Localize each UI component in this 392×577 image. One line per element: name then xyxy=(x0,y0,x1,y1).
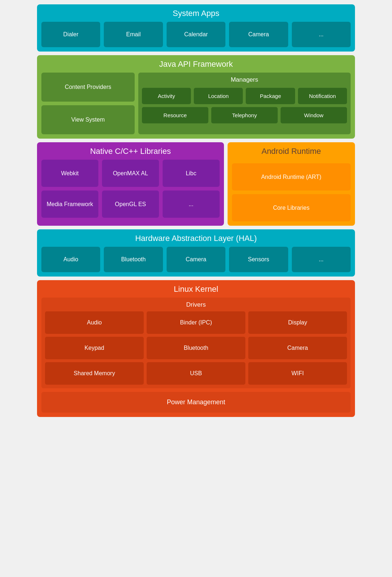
java-api-layer: Java API Framework Content Providers Vie… xyxy=(37,55,355,139)
drivers-title: Drivers xyxy=(45,301,347,308)
hal-title: Hardware Abstraction Layer (HAL) xyxy=(41,234,351,243)
hal-layer: Hardware Abstraction Layer (HAL) Audio B… xyxy=(37,229,355,277)
managers-row2: Resource Telephony Window xyxy=(142,107,347,123)
driver-row-1: Audio Binder (IPC) Display xyxy=(45,311,347,334)
managers-section: Managers Activity Location Package Notif… xyxy=(138,73,351,134)
list-item: Dialer xyxy=(41,22,100,47)
list-item: Binder (IPC) xyxy=(147,311,245,334)
list-item: Email xyxy=(104,22,163,47)
managers-title: Managers xyxy=(142,76,347,83)
list-item: Camera xyxy=(248,337,347,359)
power-management: Power Management xyxy=(41,392,351,413)
driver-row-2: Keypad Bluetooth Camera xyxy=(45,337,347,359)
drivers-section: Drivers Audio Binder (IPC) Display Keypa… xyxy=(41,298,351,388)
system-apps-layer: System Apps Dialer Email Calendar Camera… xyxy=(37,4,355,52)
list-item: Display xyxy=(248,311,347,334)
linux-kernel-title: Linux Kernel xyxy=(41,285,351,294)
list-item: Calendar xyxy=(167,22,225,47)
list-item: Resource xyxy=(142,107,208,123)
list-item: Content Providers xyxy=(41,73,135,102)
native-libs-layer: Native C/C++ Libraries Webkit OpenMAX AL… xyxy=(37,142,224,226)
linux-kernel-layer: Linux Kernel Drivers Audio Binder (IPC) … xyxy=(37,280,355,417)
native-libs-row2: Media Framework OpenGL ES ... xyxy=(41,191,220,218)
list-item: Webkit xyxy=(41,160,98,187)
list-item: Audio xyxy=(41,247,100,272)
list-item: Audio xyxy=(45,311,144,334)
drivers-grid: Audio Binder (IPC) Display Keypad Blueto… xyxy=(45,311,347,385)
list-item: Media Framework xyxy=(41,191,98,218)
hal-items: Audio Bluetooth Camera Sensors ... xyxy=(41,247,351,272)
managers-row1: Activity Location Package Notification xyxy=(142,88,347,104)
list-item: WIFI xyxy=(248,362,347,385)
list-item: View System xyxy=(41,105,135,134)
list-item: Bluetooth xyxy=(104,247,163,272)
list-item: Window xyxy=(281,107,347,123)
list-item: Activity xyxy=(142,88,191,104)
system-apps-title: System Apps xyxy=(41,9,351,18)
android-architecture-diagram: System Apps Dialer Email Calendar Camera… xyxy=(33,0,359,421)
list-item: Libc xyxy=(163,160,220,187)
list-item: Sensors xyxy=(229,247,288,272)
list-item: Shared Memory xyxy=(45,362,144,385)
list-item: Android Runtime (ART) xyxy=(232,163,351,191)
list-item: Location xyxy=(194,88,243,104)
list-item: OpenGL ES xyxy=(102,191,159,218)
native-libs-title: Native C/C++ Libraries xyxy=(41,147,220,156)
system-apps-items: Dialer Email Calendar Camera ... xyxy=(41,22,351,47)
java-api-title: Java API Framework xyxy=(41,60,351,69)
list-item: Camera xyxy=(229,22,288,47)
list-item: Notification xyxy=(298,88,347,104)
driver-row-3: Shared Memory USB WIFI xyxy=(45,362,347,385)
list-item: Keypad xyxy=(45,337,144,359)
java-api-inner: Content Providers View System Managers A… xyxy=(41,73,351,134)
list-item: USB xyxy=(147,362,245,385)
list-item: Bluetooth xyxy=(147,337,245,359)
list-item: Camera xyxy=(167,247,225,272)
list-item: Package xyxy=(246,88,295,104)
list-item: ... xyxy=(292,247,351,272)
list-item: Telephony xyxy=(211,107,278,123)
java-api-left: Content Providers View System xyxy=(41,73,135,134)
android-runtime-title: Android Runtime xyxy=(232,147,351,156)
list-item: Core Libraries xyxy=(232,194,351,221)
list-item: OpenMAX AL xyxy=(102,160,159,187)
android-runtime-layer: Android Runtime Android Runtime (ART) Co… xyxy=(228,142,355,226)
list-item: ... xyxy=(163,191,220,218)
list-item: ... xyxy=(292,22,351,47)
native-libs-row1: Webkit OpenMAX AL Libc xyxy=(41,160,220,187)
middle-row: Native C/C++ Libraries Webkit OpenMAX AL… xyxy=(37,142,355,226)
